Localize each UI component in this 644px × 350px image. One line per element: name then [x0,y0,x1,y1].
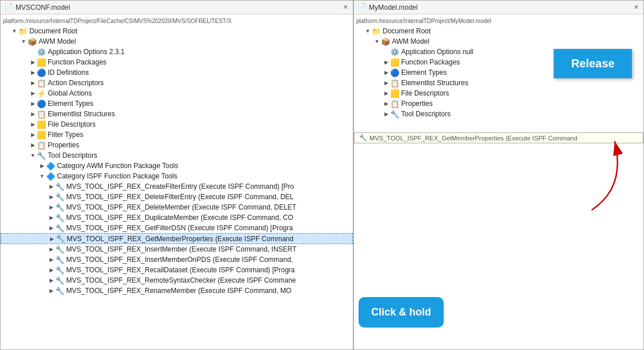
right-tab-close[interactable]: ✕ [632,3,640,11]
expand-id-defs[interactable]: ▶ [29,69,36,76]
tool6-label: MVS_TOOL_ISPF_REX_GetMemberProperties (E… [67,235,294,243]
tree-node-cat-ispf[interactable]: ▼ 🔷 Category ISPF Function Package Tools [1,171,353,181]
element-types-r-icon: 🔵 [390,69,399,77]
elementlist-r-icon: 📋 [390,79,399,88]
app-options-null-label: Application Options null [401,48,473,56]
expand-filter-types[interactable]: ▶ [29,131,36,138]
tree-node-tool5[interactable]: ▶ 🔧 MVS_TOOL_ISPF_REX_GetFilterDSN (Exec… [1,223,353,233]
tree-node-tool3[interactable]: ▶ 🔧 MVS_TOOL_ISPF_REX_DeleteMember (Exec… [1,202,353,212]
properties-label: Properties [48,141,79,149]
tree-node-tool-descriptors[interactable]: ▼ 🔧 Tool Descriptors [1,150,353,161]
tool9-label: MVS_TOOL_ISPF_REX_RecallDataset (Execute… [66,266,295,274]
element-types-r-label: Element Types [401,69,447,77]
expand-tool10[interactable]: ▶ [48,277,55,284]
expand-action-desc[interactable]: ▶ [29,79,36,86]
tree-node-global-actions[interactable]: ▶ ⚡ Global Actions [1,88,353,98]
tree-node-tool1[interactable]: ▶ 🔧 MVS_TOOL_ISPF_REX_CreateFilterEntry … [1,181,353,192]
tree-node-tool7[interactable]: ▶ 🔧 MVS_TOOL_ISPF_REX_InsertMember (Exec… [1,244,353,254]
expand-properties-r[interactable]: ▶ [383,100,390,107]
expand-file-desc[interactable]: ▶ [29,121,36,128]
file-desc-label: File Descriptors [48,120,96,128]
doc-root-label-left: Document Root [29,27,77,35]
tree-node-tool2[interactable]: ▶ 🔧 MVS_TOOL_ISPF_REX_DeleteFilterEntry … [1,192,353,202]
expand-tool-desc[interactable]: ▼ [29,152,36,159]
tree-node-element-types[interactable]: ▶ 🔵 Element Types [1,98,353,109]
tree-node-tool4[interactable]: ▶ 🔧 MVS_TOOL_ISPF_REX_DuplicateMember (E… [1,212,353,223]
awm-icon-right: 📦 [381,37,390,46]
left-breadcrumb-row: platform:/resource/InternalTDProject/Fil… [1,16,353,26]
tree-node-properties-r[interactable]: ▶ 📋 Properties [354,98,643,109]
expand-tool11[interactable]: ▶ [48,287,55,294]
expand-doc-root-right[interactable]: ▼ [364,28,371,35]
cat-ispf-icon: 🔷 [46,172,55,181]
tree-node-func-packages[interactable]: ▶ 🟨 Function Packages [1,57,353,67]
app-options-icon: ⚙️ [37,48,46,56]
expand-elementlist[interactable]: ▶ [29,111,36,117]
expand-cat-ispf[interactable]: ▼ [39,173,45,180]
expand-awm-left[interactable]: ▼ [20,38,27,45]
expand-tool4[interactable]: ▶ [48,214,55,221]
left-tab-title: MVSCONF.model [16,3,340,12]
expand-awm-right[interactable]: ▼ [374,38,380,45]
tree-node-awm-left[interactable]: ▼ 📦 AWM Model [1,36,353,47]
left-tab-close[interactable]: ✕ [342,3,349,11]
tree-node-action-descriptors[interactable]: ▶ 📋 Action Descriptors [1,78,353,88]
expand-func-packages[interactable]: ▶ [29,59,36,66]
expand-tool9[interactable]: ▶ [48,267,55,273]
expand-tool3[interactable]: ▶ [48,204,55,211]
properties-r-icon: 📋 [390,100,399,108]
tree-node-tool6[interactable]: ▶ 🔧 MVS_TOOL_ISPF_REX_GetMemberPropertie… [1,233,353,244]
right-tab-title: MyModel.model [369,3,630,12]
expand-tool2[interactable]: ▶ [48,193,55,200]
expand-elementlist-r[interactable]: ▶ [383,79,390,86]
expand-file-desc-r[interactable]: ▶ [383,90,390,97]
tool5-label: MVS_TOOL_ISPF_REX_GetFilterDSN (Execute … [66,224,293,232]
expand-cat-awm[interactable]: ▶ [39,162,45,169]
release-button[interactable]: Release [554,49,632,78]
expand-doc-root-left[interactable]: ▼ [11,28,18,35]
expand-tool8[interactable]: ▶ [48,256,55,263]
tree-node-tool8[interactable]: ▶ 🔧 MVS_TOOL_ISPF_REX_InsertMemberOnPDS … [1,254,353,265]
tree-node-tool-desc-r[interactable]: ▶ 🔧 Tool Descriptors [354,109,643,119]
tree-node-id-definitions[interactable]: ▶ 🔵 ID Definitions [1,67,353,78]
expand-tool1[interactable]: ▶ [48,183,55,190]
tree-node-tool10[interactable]: ▶ 🔧 MVS_TOOL_ISPF_REX_RemoteSyntaxChecke… [1,275,353,286]
tree-node-cat-awm[interactable]: ▶ 🔷 Category AWM Function Package Tools [1,161,353,171]
doc-root-icon-left: 📁 [18,27,28,36]
left-breadcrumb: platform:/resource/InternalTDProject/Fil… [3,18,231,24]
tree-node-app-options[interactable]: ⚙️ Application Options 2.3.1 [1,47,353,57]
tree-node-tool9[interactable]: ▶ 🔧 MVS_TOOL_ISPF_REX_RecallDataset (Exe… [1,265,353,275]
tree-node-doc-root-left[interactable]: ▼ 📁 Document Root [1,26,353,36]
right-panel: 📄 MyModel.model ✕ platform:/resource/Int… [353,0,644,350]
tool7-icon: 🔧 [55,245,64,254]
tree-node-filter-types[interactable]: ▶ 🟨 Filter Types [1,130,353,140]
expand-element-types-r[interactable]: ▶ [383,69,390,76]
expand-properties[interactable]: ▶ [29,142,36,149]
expand-func-packages-r[interactable]: ▶ [383,59,390,66]
left-panel-tab[interactable]: 📄 MVSCONF.model ✕ [1,1,353,14]
right-panel-tab[interactable]: 📄 MyModel.model ✕ [354,1,643,14]
expand-tool7[interactable]: ▶ [48,246,55,253]
properties-icon: 📋 [37,141,46,150]
tool6-icon: 🔧 [56,234,65,243]
expand-element-types[interactable]: ▶ [29,100,36,107]
func-packages-r-icon: 🟨 [390,58,399,67]
expand-tool-desc-r[interactable]: ▶ [383,111,390,117]
expand-tool5[interactable]: ▶ [48,225,55,231]
tree-node-file-desc-r[interactable]: ▶ 🟨 File Descriptors [354,88,643,98]
action-desc-icon: 📋 [37,79,46,88]
tree-node-awm-right[interactable]: ▼ 📦 AWM Model [354,36,643,47]
tree-node-tool11[interactable]: ▶ 🔧 MVS_TOOL_ISPF_REX_RenameMember (Exec… [1,286,353,296]
tree-node-doc-root-right[interactable]: ▼ 📁 Document Root [354,26,643,36]
drag-tooltip: 🔧 MVS_TOOL_ISPF_REX_GetMemberProperties … [354,132,643,143]
tool8-icon: 🔧 [55,256,64,264]
tree-node-elementlist-r[interactable]: ▶ 📋 Elementlist Structures [354,78,643,88]
tree-node-properties[interactable]: ▶ 📋 Properties [1,140,353,150]
left-tree-container[interactable]: platform:/resource/InternalTDProject/Fil… [1,14,353,349]
tree-node-elementlist[interactable]: ▶ 📋 Elementlist Structures [1,109,353,119]
expand-global-actions[interactable]: ▶ [29,90,36,97]
expand-tool6[interactable]: ▶ [48,235,55,242]
tool3-icon: 🔧 [55,203,64,212]
global-actions-label: Global Actions [48,89,92,97]
tree-node-file-descriptors[interactable]: ▶ 🟨 File Descriptors [1,119,353,130]
